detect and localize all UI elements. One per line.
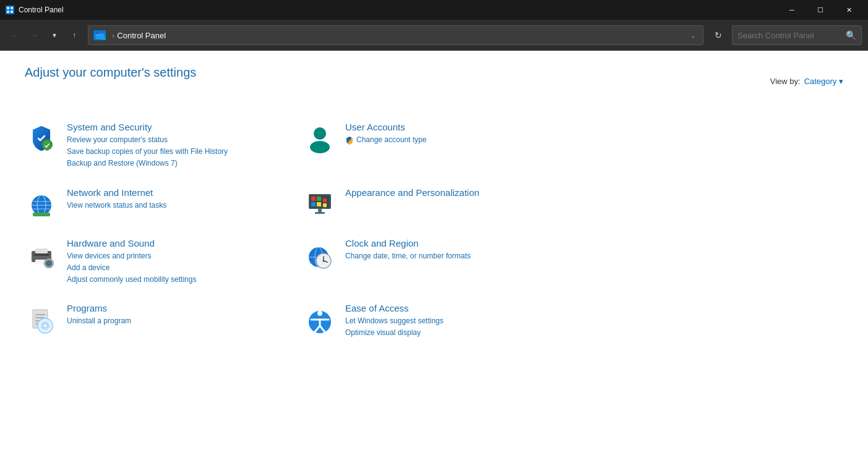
user-accounts-icon: [303, 122, 337, 155]
address-icon: [93, 30, 106, 40]
hardware-content: Hardware and Sound View devices and prin…: [67, 238, 293, 286]
network-icon: [25, 187, 58, 221]
system-security-link-2[interactable]: Backup and Restore (Windows 7): [67, 158, 293, 169]
appearance-content: Appearance and Personalization: [345, 187, 572, 200]
programs-icon: [25, 303, 58, 336]
svg-point-35: [48, 263, 49, 264]
hardware-link-1[interactable]: Add a device: [67, 262, 293, 274]
network-title[interactable]: Network and Internet: [67, 187, 293, 198]
user-accounts-link-0[interactable]: Change account type: [356, 134, 426, 146]
up-button[interactable]: ↑: [66, 27, 83, 44]
hardware-link-2[interactable]: Adjust commonly used mobility settings: [67, 274, 293, 286]
close-button[interactable]: ✕: [835, 0, 863, 20]
titlebar-left: Control Panel: [5, 5, 64, 15]
system-security-content: System and Security Review your computer…: [67, 122, 293, 170]
svg-rect-25: [315, 212, 325, 214]
address-dropdown-button[interactable]: ⌄: [688, 32, 698, 39]
category-appearance: Appearance and Personalization: [303, 180, 582, 231]
address-separator: ›: [112, 31, 114, 40]
view-by-dropdown[interactable]: Category ▾: [804, 77, 843, 86]
header-row: Adjust your computer's settings View by:…: [25, 66, 843, 97]
titlebar-title: Control Panel: [19, 6, 64, 14]
system-security-link-0[interactable]: Review your computer's status: [67, 134, 293, 146]
search-icon: 🔍: [846, 30, 856, 40]
back-button[interactable]: ←: [6, 27, 24, 44]
svg-rect-30: [35, 248, 48, 253]
hardware-link-0[interactable]: View devices and printers: [67, 250, 293, 262]
svg-rect-26: [323, 198, 327, 202]
address-bar: › Control Panel ⌄: [88, 25, 703, 45]
toolbar: ← → ▾ ↑ › Control Panel ⌄ ↻ 🔍: [0, 20, 868, 51]
recent-locations-button[interactable]: ▾: [46, 27, 63, 44]
svg-rect-4: [11, 11, 13, 13]
category-system-security: System and Security Review your computer…: [25, 114, 303, 180]
svg-rect-22: [311, 202, 316, 206]
svg-point-10: [314, 127, 326, 140]
ease-access-title[interactable]: Ease of Access: [345, 303, 572, 313]
system-security-icon: [25, 122, 58, 155]
restore-button[interactable]: ☐: [806, 0, 835, 20]
svg-point-11: [310, 141, 330, 153]
network-content: Network and Internet View network status…: [67, 187, 293, 211]
category-ease-access: Ease of Access Let Windows suggest setti…: [303, 295, 582, 349]
svg-rect-7: [96, 32, 99, 34]
search-bar: 🔍: [732, 25, 862, 45]
svg-point-52: [317, 311, 322, 316]
ease-access-link-0[interactable]: Let Windows suggest settings: [345, 315, 572, 327]
svg-rect-17: [33, 213, 50, 216]
hardware-title[interactable]: Hardware and Sound: [67, 238, 293, 248]
main-content: Adjust your computer's settings View by:…: [0, 51, 868, 450]
user-accounts-title[interactable]: User Accounts: [345, 122, 572, 132]
svg-rect-3: [7, 11, 9, 13]
svg-rect-1: [7, 7, 9, 9]
titlebar-controls: ─ ☐ ✕: [778, 0, 863, 20]
ease-access-icon: [303, 303, 337, 336]
clock-icon: [303, 238, 337, 271]
categories-grid: System and Security Review your computer…: [25, 114, 582, 349]
app-icon: [5, 5, 15, 15]
forward-button[interactable]: →: [26, 27, 43, 44]
svg-rect-2: [11, 7, 13, 9]
search-input[interactable]: [737, 31, 846, 40]
address-text: Control Panel: [117, 31, 688, 40]
category-programs: Programs Uninstall a program: [25, 295, 303, 349]
clock-title[interactable]: Clock and Region: [345, 238, 572, 248]
ease-access-link-1[interactable]: Optimize visual display: [345, 327, 572, 339]
minimize-button[interactable]: ─: [778, 0, 806, 20]
svg-rect-8: [96, 35, 103, 35]
svg-point-50: [43, 324, 47, 328]
clock-content: Clock and Region Change date, time, or n…: [345, 238, 572, 262]
appearance-icon: [303, 187, 337, 221]
svg-rect-29: [34, 253, 49, 256]
programs-title[interactable]: Programs: [67, 303, 293, 313]
programs-content: Programs Uninstall a program: [67, 303, 293, 327]
category-clock: Clock and Region Change date, time, or n…: [303, 231, 582, 296]
network-link-0[interactable]: View network status and tasks: [67, 200, 293, 211]
svg-rect-20: [311, 197, 316, 201]
system-security-link-1[interactable]: Save backup copies of your files with Fi…: [67, 146, 293, 158]
svg-rect-27: [323, 203, 327, 207]
svg-rect-24: [318, 209, 322, 212]
svg-rect-21: [317, 197, 321, 201]
titlebar: Control Panel ─ ☐ ✕: [0, 0, 868, 20]
category-network: Network and Internet View network status…: [25, 180, 303, 231]
refresh-button[interactable]: ↻: [710, 27, 727, 44]
ease-access-content: Ease of Access Let Windows suggest setti…: [345, 303, 572, 339]
page-title: Adjust your computer's settings: [25, 66, 196, 80]
view-by-label: View by:: [770, 77, 801, 86]
appearance-title[interactable]: Appearance and Personalization: [345, 187, 572, 198]
view-by-control: View by: Category ▾: [770, 77, 843, 86]
user-accounts-content: User Accounts: [345, 122, 572, 146]
svg-rect-23: [317, 202, 321, 206]
hardware-icon: [25, 238, 58, 271]
clock-link-0[interactable]: Change date, time, or number formats: [345, 250, 572, 262]
uac-shield-icon: [345, 136, 354, 145]
category-user-accounts: User Accounts: [303, 114, 582, 180]
category-hardware: Hardware and Sound View devices and prin…: [25, 231, 303, 296]
programs-link-0[interactable]: Uninstall a program: [67, 315, 293, 327]
system-security-title[interactable]: System and Security: [67, 122, 293, 132]
